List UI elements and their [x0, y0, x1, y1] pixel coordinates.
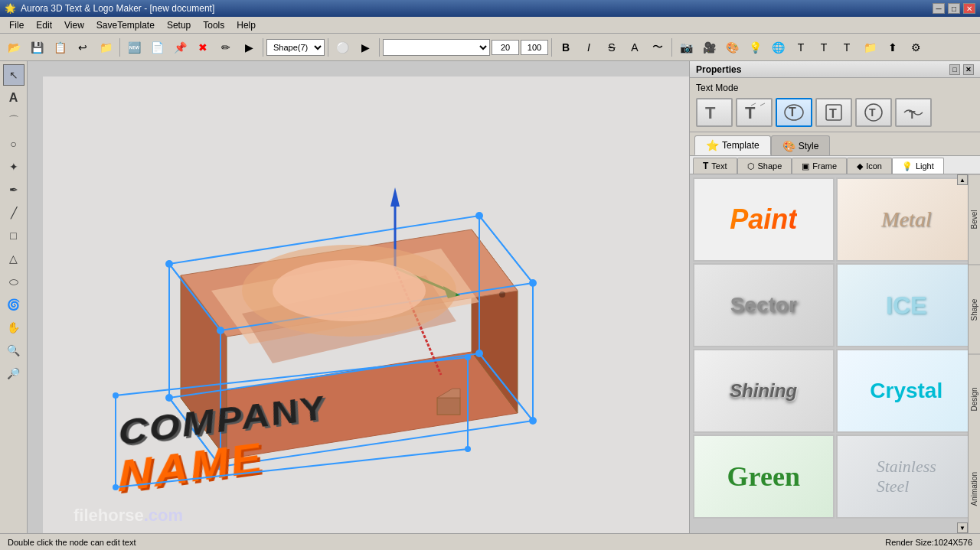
hand-tool[interactable]: ✋ — [3, 317, 24, 338]
text-mode-wave[interactable]: T — [895, 98, 932, 127]
minimize-button[interactable]: ─ — [933, 3, 945, 14]
scroll-down-button[interactable]: ▼ — [957, 522, 968, 533]
properties-controls[interactable]: □ ✕ — [949, 64, 974, 75]
canvas-area[interactable]: COMPANY NAME filehorse.com — [28, 61, 689, 533]
text-mode-extruded[interactable]: T — [736, 98, 773, 127]
paste-button[interactable]: 📌 — [169, 37, 191, 58]
light-button[interactable]: 💡 — [744, 37, 766, 58]
text-mode-sphere[interactable]: T — [855, 98, 892, 127]
env-button[interactable]: 🌐 — [767, 37, 789, 58]
italic-button[interactable]: I — [578, 37, 599, 58]
wavy-button[interactable]: 〜 — [647, 37, 668, 58]
text-tool2-button[interactable]: T — [813, 37, 835, 58]
menu-tools[interactable]: Tools — [197, 18, 230, 32]
subtab-shape[interactable]: ⬡ Shape — [737, 158, 792, 174]
side-tab-bevel[interactable]: Bevel — [969, 174, 980, 265]
render-button[interactable]: 🎥 — [698, 37, 720, 58]
close-button[interactable]: ✕ — [963, 3, 975, 14]
shape-selector[interactable]: Shape(7) Shape(1) Shape(2) — [266, 39, 325, 56]
template-stainless[interactable]: StainlessSteel — [836, 434, 978, 519]
properties-float-button[interactable]: □ — [949, 64, 960, 75]
properties-close-button[interactable]: ✕ — [963, 64, 974, 75]
menu-setup[interactable]: Setup — [161, 18, 197, 32]
settings-button[interactable]: ⚙ — [905, 37, 926, 58]
menu-view[interactable]: View — [58, 18, 90, 32]
arc-text-tool[interactable]: ⌒ — [3, 110, 24, 132]
subtab-text[interactable]: T Text — [693, 158, 737, 174]
new-button[interactable]: 🆕 — [123, 37, 145, 58]
zoom-out-tool[interactable]: 🔎 — [3, 363, 24, 384]
open-file-button[interactable]: 📁 — [95, 37, 116, 58]
font-selector[interactable] — [383, 39, 490, 56]
oval-tool[interactable]: ⬭ — [3, 271, 24, 292]
font-scale-input[interactable] — [521, 40, 548, 55]
tab-style[interactable]: 🎨 Style — [771, 135, 831, 155]
camera-button[interactable]: 📷 — [675, 37, 697, 58]
menubar: File Edit View SaveTemplate Setup Tools … — [0, 17, 980, 34]
text-mode-section: Text Mode T T T — [690, 78, 980, 132]
svg-point-24 — [273, 260, 426, 321]
subtab-frame[interactable]: ▣ Frame — [792, 158, 847, 174]
subtab-light[interactable]: 💡 Light — [892, 158, 944, 174]
line-tool[interactable]: ╱ — [3, 202, 24, 223]
circle-tool[interactable]: ⚪ — [332, 37, 353, 58]
text-mode-flat[interactable]: T — [696, 98, 733, 127]
separator-4 — [379, 38, 380, 57]
triangle-tool[interactable]: △ — [3, 248, 24, 269]
spiral-tool[interactable]: 🌀 — [3, 294, 24, 315]
text-tool-button[interactable]: T — [790, 37, 812, 58]
pointer-tool[interactable]: ↖ — [3, 64, 24, 86]
save-as-button[interactable]: 📋 — [49, 37, 70, 58]
template-ice[interactable]: ICE — [836, 263, 978, 347]
pen-tool[interactable]: ✒ — [3, 179, 24, 200]
export-button[interactable]: ⬆ — [882, 37, 903, 58]
box-tool[interactable]: □ — [3, 225, 24, 246]
animate-button[interactable]: ▶ — [354, 37, 376, 58]
tab-template[interactable]: ⭐ Template — [694, 135, 771, 155]
menu-edit[interactable]: Edit — [30, 18, 58, 32]
folder-button[interactable]: 📁 — [859, 37, 880, 58]
watermark: filehorse.com — [74, 506, 183, 526]
delete-button[interactable]: ✖ — [192, 37, 214, 58]
path-button[interactable]: ✏ — [215, 37, 237, 58]
render-size: Render Size:1024X576 — [885, 538, 972, 547]
play-button[interactable]: ▶ — [238, 37, 260, 58]
subtab-icon[interactable]: ◆ Icon — [847, 158, 892, 174]
side-tab-shape[interactable]: Shape — [969, 265, 980, 355]
template-sector[interactable]: Sector — [693, 263, 835, 347]
strikethrough-button[interactable]: S — [601, 37, 622, 58]
template-paint[interactable]: Paint — [693, 177, 835, 262]
template-crystal[interactable]: Crystal — [836, 349, 978, 433]
menu-savetemplate[interactable]: SaveTemplate — [90, 18, 161, 32]
font-size-input[interactable] — [492, 40, 519, 55]
template-green[interactable]: Green — [693, 434, 835, 519]
color-button[interactable]: 🎨 — [721, 37, 743, 58]
text-tool[interactable]: A — [3, 87, 24, 109]
text-mode-bevel[interactable]: T — [815, 98, 852, 127]
template-metal[interactable]: Metal — [836, 177, 978, 262]
text-mode-icons: T T T — [696, 98, 974, 127]
text-mode-round[interactable]: T — [776, 98, 812, 127]
scroll-up-button[interactable]: ▲ — [957, 174, 968, 185]
titlebar-controls[interactable]: ─ □ ✕ — [933, 3, 975, 14]
text-subtab-icon: T — [703, 161, 708, 171]
star-tool[interactable]: ✦ — [3, 156, 24, 177]
undo-button[interactable]: ↩ — [72, 37, 93, 58]
copy-button[interactable]: 📄 — [146, 37, 168, 58]
text-a-button[interactable]: A — [624, 37, 645, 58]
menu-help[interactable]: Help — [230, 18, 262, 32]
maximize-button[interactable]: □ — [948, 3, 960, 14]
open-button[interactable]: 📂 — [3, 37, 24, 58]
side-tab-design[interactable]: Design — [969, 354, 980, 444]
menu-file[interactable]: File — [3, 18, 30, 32]
circle-shape-tool[interactable]: ○ — [3, 133, 24, 155]
properties-title: Properties — [696, 64, 741, 75]
text-tool3-button[interactable]: T — [836, 37, 858, 58]
save-button[interactable]: 💾 — [26, 37, 47, 58]
svg-text:T: T — [705, 103, 716, 122]
zoom-in-tool[interactable]: 🔍 — [3, 340, 24, 361]
sector-label: Sector — [730, 293, 797, 317]
bold-button[interactable]: B — [555, 37, 577, 58]
template-chrome[interactable]: Shining — [693, 349, 835, 433]
side-tab-animation[interactable]: Animation — [969, 444, 980, 534]
